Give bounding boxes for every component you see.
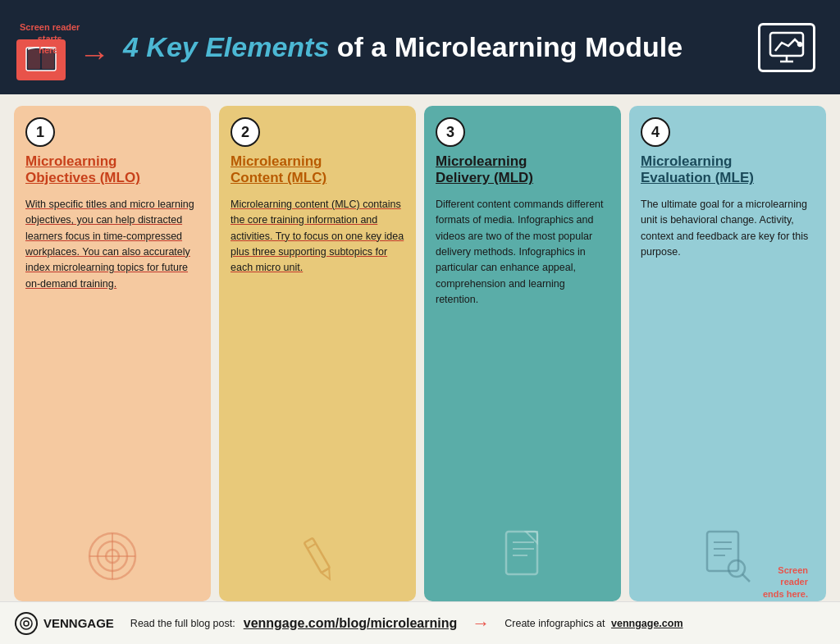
svg-line-26 (742, 574, 750, 582)
card-title-1: MicrolearningObjectives (MLO) (25, 153, 199, 187)
footer-create-link[interactable]: venngage.com (611, 618, 683, 629)
card-icon-1 (25, 511, 199, 593)
target-icon (84, 528, 141, 585)
card-number-3: 3 (436, 117, 465, 147)
document-search-icon (699, 528, 756, 585)
card-icon-3 (436, 511, 609, 593)
card-text-3: Different content commands different for… (436, 197, 609, 511)
card-mlc: 2 MicrolearningContent (MLC) Microlearni… (219, 106, 416, 601)
svg-point-28 (24, 621, 29, 626)
card-title-3: MicrolearningDelivery (MLD) (436, 153, 609, 187)
title-normal: of a Microlearning Module (329, 31, 682, 62)
title-italic: 4 Key Elements (123, 31, 329, 62)
footer-create-text: Create infographics at venngage.com (504, 618, 682, 629)
footer-arrow-icon: → (472, 613, 490, 634)
footer-blog-link[interactable]: venngage.com/blog/microlearning (244, 616, 458, 631)
venngage-logo-svg (19, 616, 34, 631)
card-text-4: The ultimate goal for a microlearning un… (641, 197, 815, 511)
card-number-4: 4 (641, 117, 670, 147)
header-left: Screen reader starts here: (16, 11, 66, 84)
header-arrow: → (79, 37, 110, 72)
header-title: 4 Key Elements of a Microlearning Module (123, 32, 745, 62)
card-title-2: MicrolearningContent (MLC) (231, 153, 404, 187)
main-title: 4 Key Elements of a Microlearning Module (123, 32, 745, 62)
card-mld: 3 MicrolearningDelivery (MLD) Different … (424, 106, 621, 601)
screen-reader-end-label: Screenreaderends here. (763, 564, 808, 600)
venngage-logo-circle (15, 612, 38, 635)
svg-point-6 (798, 43, 801, 46)
card-number-1: 1 (25, 117, 55, 147)
svg-line-16 (307, 544, 315, 549)
svg-rect-21 (707, 532, 738, 571)
card-number-2: 2 (231, 117, 260, 147)
footer-blog-prefix: Read the full blog post: (130, 618, 235, 629)
card-icon-4: Screenreaderends here. (641, 511, 815, 593)
footer-logo: VENNGAGE (15, 612, 114, 635)
chart-presentation-icon (758, 23, 815, 72)
svg-point-27 (21, 618, 32, 629)
svg-rect-14 (304, 538, 329, 573)
card-mle: 4 MicrolearningEvaluation (MLE) The ulti… (629, 106, 826, 601)
card-text-2: Microlearning content (MLC) contains the… (231, 197, 404, 515)
venngage-wordmark: VENNGAGE (43, 616, 114, 630)
chart-svg (769, 31, 805, 64)
footer: VENNGAGE Read the full blog post: vennga… (0, 601, 840, 644)
card-icon-2 (231, 515, 404, 593)
footer-create-prefix: Create infographics at (504, 618, 605, 629)
card-mlo: 1 MicrolearningObjectives (MLO) With spe… (14, 106, 211, 601)
card-text-1: With specific titles and micro learning … (25, 197, 199, 511)
document-icon (496, 528, 550, 585)
card-title-4: MicrolearningEvaluation (MLE) (641, 153, 815, 187)
pencil-icon (291, 532, 345, 585)
screen-reader-start-label: Screen reader starts here: (20, 21, 80, 57)
header: Screen reader starts here: → (0, 0, 840, 94)
content-area: 1 MicrolearningObjectives (MLO) With spe… (0, 94, 840, 601)
page-wrapper: Screen reader starts here: → (0, 0, 840, 644)
